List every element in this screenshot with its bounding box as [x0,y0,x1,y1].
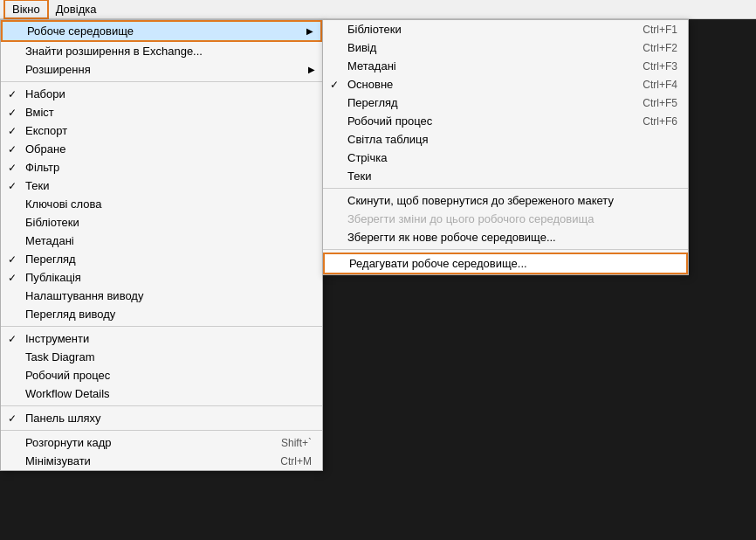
menu-item-biblioteky[interactable]: Бібліотеки [1,213,322,232]
sub-menu-item-label: Вивід [347,41,616,54]
menu-item-label: Публікація [25,271,312,284]
menu-item-rozshyrennya[interactable]: Розширення▶ [1,60,322,79]
sub-menu-item-label: Світла таблиця [347,133,677,146]
shortcut-label: Ctrl+F2 [643,42,677,54]
sub-menu-item-label: Стрічка [347,151,677,164]
sub-menu-item-osnovne[interactable]: ✓ОсновнеCtrl+F4 [323,75,688,93]
separator [1,326,322,327]
menu-item-label: Task Diagram [25,350,312,363]
sub-menu-item-robochyproces[interactable]: Робочий процесCtrl+F6 [323,112,688,130]
submenu-arrow-icon: ▶ [308,65,315,74]
check-icon: ✓ [8,125,25,137]
menu-item-vmist[interactable]: ✓Вміст [1,103,322,121]
menu-item-eksport[interactable]: ✓Експорт [1,121,322,140]
menu-item-label: Обране [25,142,312,156]
menu-item-workflowdetails[interactable]: Workflow Details [1,384,322,403]
menu-item-roboche[interactable]: Робоче середовище▶ [1,20,322,42]
sub-menu-item-skynuti[interactable]: Скинути, щоб повернутися до збереженого … [323,191,688,210]
menu-item-filtr[interactable]: ✓Фільтр [1,158,322,177]
sub-menu-item-label: Робочий процес [347,114,616,128]
menu-item-label: Бібліотеки [25,216,312,229]
sub-menu-item-strichka[interactable]: Стрічка [323,149,688,167]
menu-item-rozgornyt[interactable]: Розгорнути кадрShift+` [1,433,322,452]
check-icon: ✓ [8,412,25,425]
submenu-arrow-icon: ▶ [306,26,313,36]
shortcut-label: Ctrl+F3 [643,60,677,73]
shortcut-label: Ctrl+F1 [643,24,677,36]
menu-item-label: Робоче середовище [27,24,310,38]
menu-item-label: Мінімізувати [25,454,254,467]
menu-item-publikatsiya[interactable]: ✓Публікація [1,268,322,287]
menu-item-label: Перегляд виводу [25,308,312,321]
menu-item-nabory[interactable]: ✓Набори [1,85,322,103]
sub-menu-item-label: Теки [347,170,677,183]
sub-menu-item-label: Редагувати робоче середовище... [349,257,676,270]
check-icon: ✓ [8,162,25,174]
shortcut-label: Ctrl+F4 [643,79,677,91]
sub-dropdown: БібліотекиCtrl+F1ВивідCtrl+F2МетаданіCtr… [322,19,689,275]
shortcut-label: Shift+` [281,437,312,449]
menu-bar: Вікно Довідка [0,0,756,19]
menu-item-label: Розгорнути кадр [25,436,255,449]
check-icon: ✓ [330,79,347,91]
menu-item-label: Workflow Details [25,387,312,400]
menu-item-label: Експорт [25,124,312,137]
separator [1,430,322,431]
menu-item-klyuchovi[interactable]: Ключові слова [1,195,322,213]
sub-menu-item-redaguvaty[interactable]: Редагувати робоче середовище... [323,253,688,274]
menu-item-instrumenty[interactable]: ✓Інструменти [1,329,322,348]
separator [1,405,322,406]
menu-item-metadani[interactable]: Метадані [1,232,322,250]
check-icon: ✓ [8,253,25,266]
menu-item-label: Набори [25,87,312,100]
sub-menu-item-zberegty_yak[interactable]: Зберегти як нове робоче середовище... [323,228,688,246]
menu-item-label: Розширення [25,63,312,76]
sub-menu-item-metadani[interactable]: МетаданіCtrl+F3 [323,57,688,75]
sub-menu-item-perehliad[interactable]: ПереглядCtrl+F5 [323,93,688,112]
menu-item-label: Перегляд [25,253,312,266]
sub-menu-item-label: Зберегти зміни до цього робочого середов… [347,212,677,225]
menu-vikno[interactable]: Вікно [3,0,49,19]
menu-item-panel[interactable]: ✓Панель шляху [1,409,322,427]
menu-item-robochyproces[interactable]: Робочий процес [1,366,322,384]
shortcut-label: Ctrl+F5 [643,97,677,109]
shortcut-label: Ctrl+M [280,455,312,467]
menu-item-minimizuvaty[interactable]: МінімізуватиCtrl+M [1,452,322,470]
check-icon: ✓ [8,143,25,156]
separator [1,81,322,82]
menu-item-obrane[interactable]: ✓Обране [1,140,322,158]
menu-item-perehliad[interactable]: ✓Перегляд [1,250,322,268]
main-dropdown: Робоче середовище▶Знайти розширення в Ex… [0,19,323,471]
sub-menu-item-zberegty_zminy: Зберегти зміни до цього робочого середов… [323,210,688,228]
menu-item-label: Налаштування виводу [25,289,312,302]
check-icon: ✓ [8,333,25,345]
sub-menu-item-label: Основне [347,78,616,91]
menu-item-znayty[interactable]: Знайти розширення в Exchange... [1,42,322,60]
sub-menu-item-label: Перегляд [347,96,616,109]
sub-menu-item-biblioteky[interactable]: БібліотекиCtrl+F1 [323,20,688,38]
sub-menu-item-label: Метадані [347,59,616,73]
check-icon: ✓ [8,180,25,192]
menu-item-nalashtuvannya[interactable]: Налаштування виводу [1,287,322,305]
menu-item-label: Знайти розширення в Exchange... [25,45,312,58]
sub-menu-item-svitla[interactable]: Світла таблиця [323,130,688,149]
sub-menu-item-label: Зберегти як нове робоче середовище... [347,231,677,244]
menu-item-label: Робочий процес [25,369,312,382]
menu-item-perehliad_vyvodu[interactable]: Перегляд виводу [1,305,322,323]
menu-item-label: Теки [25,179,312,192]
menu-item-label: Фільтр [25,161,312,174]
separator [323,188,688,189]
check-icon: ✓ [8,107,25,119]
menu-item-label: Вміст [25,106,312,119]
menu-item-label: Інструменти [25,332,312,345]
sub-menu-item-label: Скинути, щоб повернутися до збереженого … [347,194,677,207]
menu-item-teky[interactable]: ✓Теки [1,177,322,195]
menu-dovidka[interactable]: Довідка [49,1,104,17]
sub-menu-item-vyvid[interactable]: ВивідCtrl+F2 [323,38,688,57]
sub-menu-item-teky[interactable]: Теки [323,167,688,185]
menu-item-label: Ключові слова [25,197,312,211]
check-icon: ✓ [8,272,25,284]
menu-item-taskdiagram[interactable]: Task Diagram [1,348,322,366]
sub-menu-item-label: Бібліотеки [347,23,616,36]
shortcut-label: Ctrl+F6 [643,115,677,128]
